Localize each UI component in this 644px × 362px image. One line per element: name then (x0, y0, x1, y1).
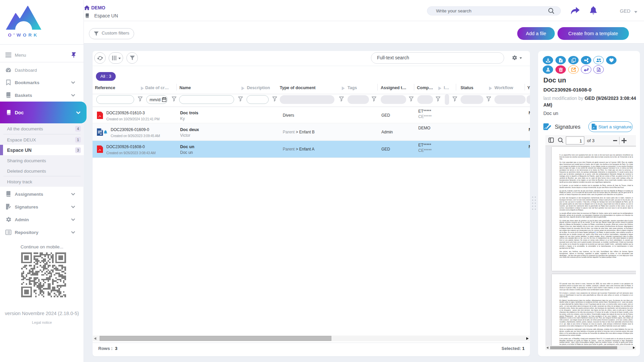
svg-text:w: w (100, 133, 102, 135)
